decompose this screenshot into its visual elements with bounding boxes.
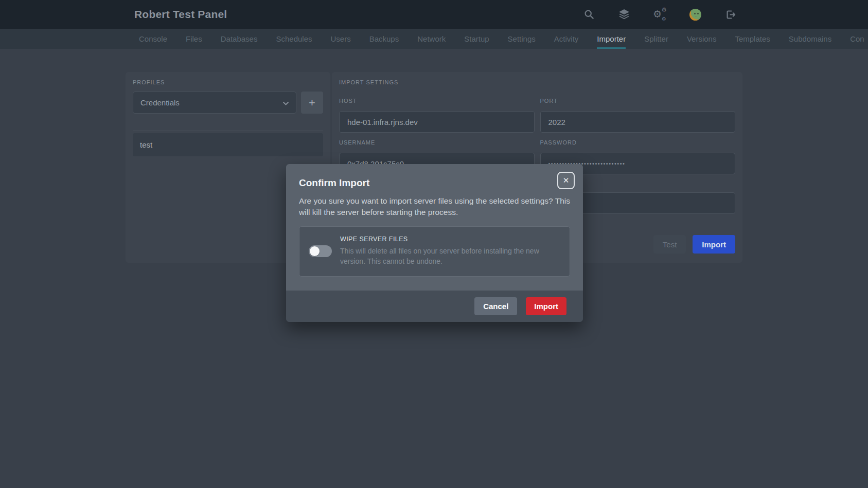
layers-icon[interactable] (618, 9, 630, 20)
tab-splitter[interactable]: Splitter (644, 29, 668, 49)
profiles-panel-title: PROFILES (133, 79, 323, 85)
wipe-label: WIPE SERVER FILES (340, 236, 558, 243)
sign-out-icon[interactable] (725, 9, 736, 20)
test-connection-button[interactable]: Test (653, 235, 686, 254)
confirm-import-modal: Confirm Import ✕ Are you sure you want t… (286, 164, 583, 322)
wipe-server-files-box: WIPE SERVER FILES This will delete all f… (299, 226, 570, 277)
cogs-icon[interactable]: ⚙⚙⚙ (653, 9, 666, 20)
tab-versions[interactable]: Versions (687, 29, 717, 49)
tab-network[interactable]: Network (417, 29, 446, 49)
wipe-toggle[interactable] (309, 245, 332, 257)
tab-databases[interactable]: Databases (221, 29, 258, 49)
modal-title: Confirm Import (299, 177, 570, 189)
divider (133, 131, 323, 131)
port-label: PORT (540, 98, 736, 104)
import-button[interactable]: Import (693, 235, 735, 254)
tab-users[interactable]: Users (331, 29, 351, 49)
tab-schedules[interactable]: Schedules (276, 29, 312, 49)
header-icon-row: ⚙⚙⚙ (583, 0, 736, 29)
tab-templates[interactable]: Templates (735, 29, 770, 49)
wipe-description: This will delete all files on your serve… (340, 246, 558, 266)
password-label: PASSWORD (540, 139, 736, 146)
avatar[interactable] (689, 9, 701, 21)
cancel-button[interactable]: Cancel (474, 297, 517, 315)
close-icon[interactable]: ✕ (557, 172, 575, 189)
profile-list-item[interactable]: test (133, 133, 323, 156)
profile-select-value: Credentials (140, 98, 180, 107)
tab-importer[interactable]: Importer (597, 29, 626, 49)
tab-backups[interactable]: Backups (369, 29, 399, 49)
tab-activity[interactable]: Activity (554, 29, 579, 49)
modal-footer: Cancel Import (286, 291, 583, 322)
add-profile-button[interactable]: + (301, 92, 323, 114)
tab-settings[interactable]: Settings (508, 29, 536, 49)
app-title: Robert Test Panel (134, 8, 227, 21)
header: Robert Test Panel ⚙⚙⚙ (0, 0, 868, 29)
search-icon[interactable] (583, 9, 595, 20)
host-label: HOST (339, 98, 535, 104)
modal-message: Are you sure you want to import server f… (299, 195, 570, 219)
username-label: USERNAME (339, 139, 535, 146)
tab-files[interactable]: Files (186, 29, 202, 49)
profile-select[interactable]: Credentials (133, 92, 296, 114)
tab-startup[interactable]: Startup (464, 29, 489, 49)
chevron-down-icon (283, 98, 289, 107)
host-input[interactable]: hde-01.infra.rjns.dev (339, 111, 535, 133)
confirm-import-button[interactable]: Import (526, 297, 566, 315)
nav-bar: Console Files Databases Schedules Users … (0, 29, 868, 49)
tab-console[interactable]: Console (139, 29, 167, 49)
port-input[interactable]: 2022 (540, 111, 736, 133)
wipe-toggle-knob (310, 246, 320, 256)
plus-icon: + (309, 96, 315, 110)
tab-config-truncated[interactable]: Con (850, 29, 864, 49)
import-settings-title: IMPORT SETTINGS (339, 79, 735, 85)
tab-subdomains[interactable]: Subdomains (789, 29, 831, 49)
